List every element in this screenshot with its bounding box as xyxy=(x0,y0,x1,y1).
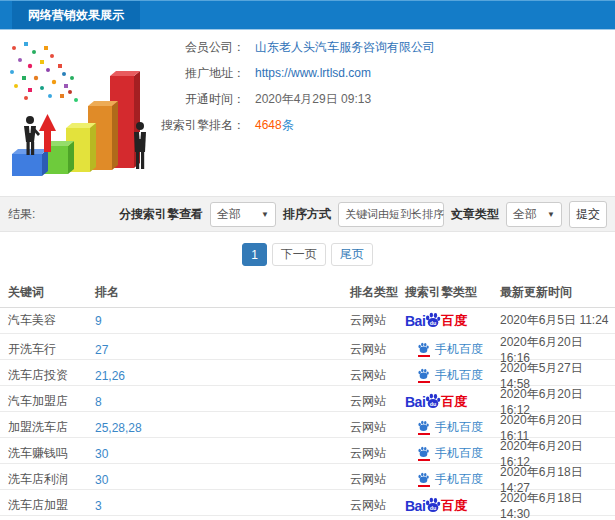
mobile-baidu-logo: 手机百度 xyxy=(405,419,500,436)
table-row: 汽车美容 9 云网站 Bai du 百度 2020年 xyxy=(0,308,615,334)
header-rank: 排名 xyxy=(95,284,350,301)
keyword-cell: 汽车加盟店 xyxy=(8,393,95,410)
article-type-select[interactable]: 全部 ▼ xyxy=(506,202,562,227)
open-time-value: 2020年4月29日 09:13 xyxy=(245,91,371,108)
keyword-cell: 加盟洗车店 xyxy=(8,419,95,436)
update-time-cell: 2020年6月5日 11:24 xyxy=(500,312,615,329)
sort-filter-label: 排序方式 xyxy=(283,206,331,223)
rank-count-number: 4648 xyxy=(255,118,282,132)
mobile-baidu-logo: 手机百度 xyxy=(405,367,500,384)
header-rank-type: 排名类型 xyxy=(350,284,405,301)
rank-type-cell: 云网站 xyxy=(350,367,405,384)
rank-cell[interactable]: 30 xyxy=(95,473,350,487)
header-keyword: 关键词 xyxy=(8,284,95,301)
engine-select-value: 全部 xyxy=(217,206,241,223)
baidu-paw-icon: du xyxy=(424,311,442,329)
mobile-baidu-logo: 手机百度 xyxy=(405,471,500,488)
rank-count-value: 4648条 xyxy=(245,117,294,134)
header-update-time: 最新更新时间 xyxy=(500,284,615,301)
baidu-paw-icon: du xyxy=(424,496,442,514)
engine-cell: 手机百度 xyxy=(405,419,500,436)
open-time-label: 开通时间： xyxy=(0,91,245,108)
svg-text:du: du xyxy=(430,319,436,325)
info-row-rank-count: 搜索引擎排名： 4648条 xyxy=(0,112,615,138)
svg-text:du: du xyxy=(430,400,436,406)
rank-cell[interactable]: 9 xyxy=(95,314,350,328)
chevron-down-icon: ▼ xyxy=(547,210,555,219)
account-info-fields: 会员公司： 山东老人头汽车服务咨询有限公司 推广地址： https://www.… xyxy=(0,34,615,138)
table-body: 汽车美容 9 云网站 Bai du 百度 2020年 xyxy=(0,308,615,516)
rank-cell[interactable]: 21,26 xyxy=(95,369,350,383)
filter-bar: 结果: 分搜索引擎查看 全部 ▼ 排序方式 关键词由短到长排序 ▼ 文章类型 全… xyxy=(0,196,615,232)
mobile-baidu-paw-icon xyxy=(417,342,430,357)
engine-cell: Bai du 百度 xyxy=(405,392,500,412)
result-label: 结果: xyxy=(8,206,35,223)
last-page-button[interactable]: 尾页 xyxy=(331,243,373,266)
keyword-cell: 洗车店加盟 xyxy=(8,497,95,514)
keyword-cell: 开洗车行 xyxy=(8,341,95,358)
rank-cell[interactable]: 25,28,28 xyxy=(95,421,350,435)
mobile-baidu-logo: 手机百度 xyxy=(405,445,500,462)
table-row: 汽车加盟店 8 云网站 Bai du 百度 2020 xyxy=(0,386,615,412)
table-row: 开洗车行 27 云网站 手 xyxy=(0,334,615,360)
chevron-down-icon: ▼ xyxy=(261,210,269,219)
keyword-rank-table: 关键词 排名 排名类型 搜索引擎类型 最新更新时间 汽车美容 9 云网站 Bai xyxy=(0,277,615,516)
engine-filter-label: 分搜索引擎查看 xyxy=(119,206,203,223)
baidu-paw-icon: du xyxy=(424,392,442,410)
engine-cell: 手机百度 xyxy=(405,341,500,358)
next-page-button[interactable]: 下一页 xyxy=(272,243,326,266)
baidu-logo: Bai du 百度 xyxy=(405,392,500,412)
mobile-baidu-paw-icon xyxy=(417,472,430,487)
type-filter-label: 文章类型 xyxy=(451,206,499,223)
keyword-cell: 汽车美容 xyxy=(8,312,95,329)
submit-button[interactable]: 提交 xyxy=(569,201,607,228)
company-label: 会员公司： xyxy=(0,39,245,56)
sort-select-value: 关键词由短到长排序 xyxy=(345,207,444,222)
rank-type-cell: 云网站 xyxy=(350,445,405,462)
engine-cell: Bai du 百度 xyxy=(405,496,500,516)
svg-text:du: du xyxy=(430,504,436,510)
top-header-bar: 网络营销效果展示 xyxy=(0,0,615,30)
article-type-select-value: 全部 xyxy=(513,206,537,223)
table-header-row: 关键词 排名 排名类型 搜索引擎类型 最新更新时间 xyxy=(0,277,615,308)
table-row: 洗车赚钱吗 30 云网站 xyxy=(0,438,615,464)
rank-cell[interactable]: 8 xyxy=(95,395,350,409)
engine-cell: 手机百度 xyxy=(405,471,500,488)
rank-type-cell: 云网站 xyxy=(350,497,405,514)
promo-url-label: 推广地址： xyxy=(0,65,245,82)
info-row-url: 推广地址： https://www.lrtlsd.com xyxy=(0,60,615,86)
rank-count-unit: 条 xyxy=(282,118,294,132)
company-link[interactable]: 山东老人头汽车服务咨询有限公司 xyxy=(245,39,435,56)
page-number-current[interactable]: 1 xyxy=(242,243,267,266)
rank-cell[interactable]: 30 xyxy=(95,447,350,461)
rank-type-cell: 云网站 xyxy=(350,471,405,488)
info-row-open-time: 开通时间： 2020年4月29日 09:13 xyxy=(0,86,615,112)
engine-cell: Bai du 百度 xyxy=(405,311,500,331)
table-row: 洗车店加盟 3 云网站 Bai du 百度 2020 xyxy=(0,490,615,516)
engine-cell: 手机百度 xyxy=(405,367,500,384)
header-engine-type: 搜索引擎类型 xyxy=(405,284,500,301)
marketing-report-window: 网络营销效果展示 xyxy=(0,0,615,520)
baidu-logo: Bai du 百度 xyxy=(405,496,500,516)
table-row: 洗车店投资 21,26 云网站 xyxy=(0,360,615,386)
rank-cell[interactable]: 27 xyxy=(95,343,350,357)
summary-section: 会员公司： 山东老人头汽车服务咨询有限公司 推广地址： https://www.… xyxy=(0,30,615,190)
table-row: 洗车店利润 30 云网站 xyxy=(0,464,615,490)
engine-select[interactable]: 全部 ▼ xyxy=(210,202,276,227)
page-title: 网络营销效果展示 xyxy=(12,1,140,29)
mobile-baidu-paw-icon xyxy=(417,446,430,461)
rank-cell[interactable]: 3 xyxy=(95,499,350,513)
keyword-cell: 洗车店利润 xyxy=(8,471,95,488)
mobile-baidu-paw-icon xyxy=(417,420,430,435)
rank-count-label: 搜索引擎排名： xyxy=(0,117,245,134)
rank-type-cell: 云网站 xyxy=(350,312,405,329)
sort-select[interactable]: 关键词由短到长排序 ▼ xyxy=(338,202,444,227)
table-row: 加盟洗车店 25,28,28 云网站 xyxy=(0,412,615,438)
keyword-cell: 洗车店投资 xyxy=(8,367,95,384)
keyword-cell: 洗车赚钱吗 xyxy=(8,445,95,462)
mobile-baidu-paw-icon xyxy=(417,368,430,383)
rank-type-cell: 云网站 xyxy=(350,393,405,410)
info-row-company: 会员公司： 山东老人头汽车服务咨询有限公司 xyxy=(0,34,615,60)
pagination: 1 下一页 尾页 xyxy=(0,232,615,277)
promo-url-link[interactable]: https://www.lrtlsd.com xyxy=(245,66,371,80)
